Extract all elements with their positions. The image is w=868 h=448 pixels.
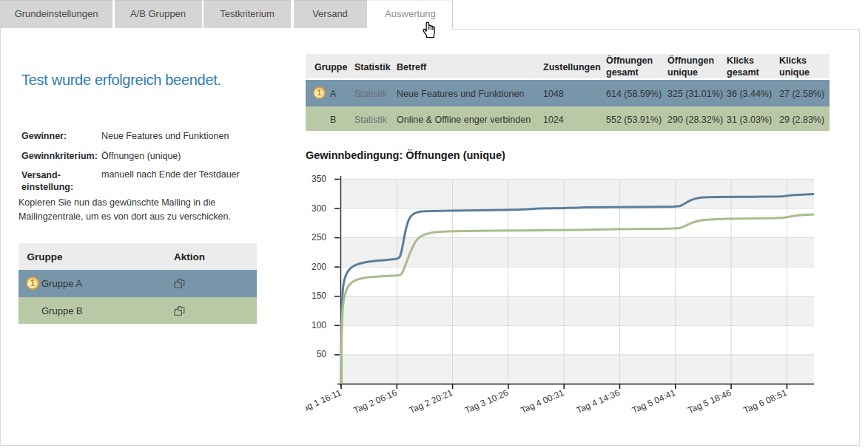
svg-text:250: 250 [312, 232, 326, 242]
svg-text:Tag 1 16:11: Tag 1 16:11 [306, 387, 343, 415]
svg-text:100: 100 [312, 319, 326, 330]
svg-text:Tag 4 14:36: Tag 4 14:36 [575, 387, 622, 415]
svg-text:200: 200 [312, 261, 326, 271]
svg-text:50: 50 [317, 349, 327, 359]
svg-text:Tag 2 20:21: Tag 2 20:21 [408, 387, 454, 415]
svg-text:Tag 6 08:51: Tag 6 08:51 [742, 387, 789, 415]
svg-text:1: 1 [30, 278, 36, 288]
svg-text:350: 350 [312, 174, 326, 184]
svg-text:1: 1 [317, 88, 321, 97]
svg-text:Tag 5 18:46: Tag 5 18:46 [686, 387, 733, 415]
svg-text:Tag 3 10:26: Tag 3 10:26 [463, 387, 510, 415]
svg-text:Tag 4 00:31: Tag 4 00:31 [519, 387, 565, 415]
svg-text:Tag 5 04:41: Tag 5 04:41 [630, 387, 677, 415]
svg-text:Tag 2 06:16: Tag 2 06:16 [352, 387, 399, 415]
svg-text:150: 150 [312, 291, 326, 301]
svg-text:300: 300 [312, 203, 326, 213]
